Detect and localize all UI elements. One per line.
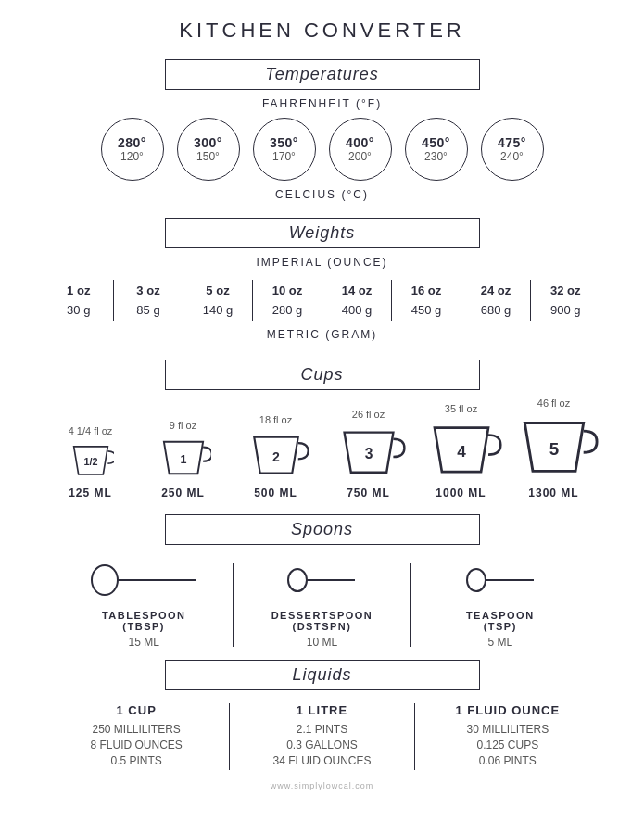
- weight-oz: 32 oz: [531, 280, 600, 299]
- imperial-label: IMPERIAL (OUNCE): [256, 256, 387, 269]
- liquid-title: 1 FLUID OUNCE: [455, 703, 560, 717]
- liquid-column: 1 CUP250 MILLILITERS8 FLUID OUNCES0.5 PI…: [44, 703, 230, 770]
- liquid-column: 1 LITRE2.1 PINTS0.3 GALLONS34 FLUID OUNC…: [230, 703, 415, 770]
- cup-item: 9 fl oz 1 250 ML: [142, 420, 225, 499]
- svg-point-10: [467, 569, 486, 591]
- cup-ml: 125 ML: [69, 486, 112, 499]
- spoon-icon: [463, 562, 537, 602]
- liquids-row: 1 CUP250 MILLILITERS8 FLUID OUNCES0.5 PI…: [44, 703, 600, 770]
- liquid-item: 2.1 PINTS: [297, 723, 347, 736]
- svg-text:1/2: 1/2: [83, 456, 97, 467]
- cup-item: 4 1/4 fl oz 1/2 125 ML: [49, 425, 133, 499]
- cup-item: 46 fl oz 5 1300 ML: [512, 398, 596, 499]
- temp-fahrenheit: 450°: [422, 135, 450, 150]
- weight-oz: 3 oz: [114, 280, 183, 299]
- temp-fahrenheit: 300°: [194, 135, 222, 150]
- cup-ml: 250 ML: [161, 486, 205, 499]
- cup-floz: 26 fl oz: [352, 409, 385, 420]
- cup-ml: 500 ML: [254, 486, 297, 499]
- temp-celsius: 200°: [348, 150, 372, 163]
- spoon-ml: 10 ML: [307, 636, 337, 649]
- liquid-column: 1 FLUID OUNCE30 MILLILITERS0.125 CUPS0.0…: [415, 703, 600, 770]
- spoon-name: DESSERTSPOON (DSTSPN): [271, 610, 373, 632]
- temp-celsius: 170°: [272, 150, 296, 163]
- weight-gram: 280 g: [253, 299, 322, 321]
- temperature-circles: 280° 120°300° 150°350° 170°400° 200°450°…: [101, 118, 544, 181]
- liquid-item: 8 FLUID OUNCES: [90, 739, 182, 752]
- weight-oz: 10 oz: [253, 280, 322, 299]
- svg-text:3: 3: [364, 446, 373, 461]
- temp-fahrenheit: 350°: [270, 135, 298, 150]
- cup-floz: 9 fl oz: [170, 420, 196, 431]
- svg-text:4: 4: [457, 442, 466, 461]
- temperature-circle: 475° 240°: [481, 118, 544, 181]
- spoon-ml: 15 ML: [129, 636, 159, 649]
- liquids-banner: Liquids: [165, 660, 480, 690]
- cup-floz: 18 fl oz: [259, 414, 292, 425]
- cup-ml: 1300 ML: [528, 486, 578, 499]
- weights-banner: Weights: [165, 218, 480, 248]
- spoon-item: DESSERTSPOON (DSTSPN)10 ML: [247, 562, 396, 649]
- cup-ml: 1000 ML: [436, 486, 486, 499]
- cup-floz: 4 1/4 fl oz: [69, 425, 113, 436]
- spoon-icon: [284, 562, 359, 602]
- svg-text:1: 1: [180, 453, 186, 466]
- cup-ml: 750 ML: [347, 486, 390, 499]
- weights-section: Weights IMPERIAL (OUNCE) 1 oz3 oz5 oz10 …: [28, 212, 616, 348]
- fahrenheit-label: FAHRENHEIT (°F): [262, 97, 382, 110]
- svg-point-8: [288, 569, 307, 591]
- cups-banner: Cups: [165, 360, 480, 390]
- liquid-item: 0.06 PINTS: [479, 754, 537, 767]
- cup-icon: 1/2: [68, 440, 114, 483]
- spoon-name: TABLESPOON (TBSP): [102, 610, 186, 632]
- weight-gram: 900 g: [531, 299, 600, 321]
- weight-gram: 680 g: [461, 299, 531, 321]
- temperature-circle: 350° 170°: [253, 118, 316, 181]
- weight-oz: 5 oz: [183, 280, 253, 299]
- spoon-item: TABLESPOON (TBSP)15 ML: [69, 562, 218, 649]
- temp-celsius: 240°: [500, 150, 524, 163]
- temp-celsius: 120°: [120, 150, 144, 163]
- weight-oz: 1 oz: [44, 280, 114, 299]
- cup-icon: 1: [156, 435, 211, 483]
- temp-fahrenheit: 280°: [118, 135, 146, 150]
- spoon-name: TEASPOON (TSP): [466, 610, 535, 632]
- weight-gram: 140 g: [183, 299, 253, 321]
- liquid-item: 0.5 PINTS: [110, 754, 161, 767]
- cup-icon: 2: [244, 429, 309, 483]
- liquid-item: 30 MILLILITERS: [466, 723, 549, 736]
- spoon-divider: [410, 563, 412, 647]
- temperatures-banner: Temperatures: [165, 59, 480, 90]
- liquids-section: Liquids 1 CUP250 MILLILITERS8 FLUID OUNC…: [28, 654, 616, 770]
- temperature-circle: 280° 120°: [101, 118, 164, 181]
- svg-text:2: 2: [272, 449, 280, 464]
- temperatures-section: Temperatures FAHRENHEIT (°F) 280° 120°30…: [28, 54, 616, 208]
- metric-label: METRIC (GRAM): [267, 328, 377, 341]
- spoon-icon: [88, 562, 199, 602]
- temp-fahrenheit: 475°: [498, 135, 526, 150]
- temperature-circle: 400° 200°: [329, 118, 392, 181]
- cup-icon: 5: [508, 412, 600, 483]
- cup-item: 26 fl oz 3 750 ML: [327, 409, 410, 499]
- cup-floz: 46 fl oz: [537, 398, 570, 409]
- weight-gram: 450 g: [392, 299, 461, 321]
- temp-celsius: 230°: [424, 150, 448, 163]
- liquid-title: 1 CUP: [117, 703, 157, 717]
- cups-row: 4 1/4 fl oz 1/2 125 ML9 fl oz 1 250 ML18…: [49, 398, 596, 499]
- spoon-item: TEASPOON (TSP)5 ML: [426, 562, 575, 649]
- cup-icon: 4: [420, 418, 503, 483]
- temp-celsius: 150°: [196, 150, 220, 163]
- page-title: KITCHEN CONVERTER: [179, 19, 464, 43]
- liquid-item: 0.3 GALLONS: [286, 739, 358, 752]
- spoon-ml: 5 ML: [487, 636, 512, 649]
- cup-item: 35 fl oz 4 1000 ML: [420, 403, 503, 499]
- weight-oz: 24 oz: [461, 280, 531, 299]
- weight-oz: 14 oz: [322, 280, 392, 299]
- weight-gram: 400 g: [322, 299, 392, 321]
- cups-section: Cups 4 1/4 fl oz 1/2 125 ML9 fl oz 1 250…: [28, 354, 616, 503]
- temp-fahrenheit: 400°: [346, 135, 374, 150]
- temperature-circle: 450° 230°: [405, 118, 468, 181]
- spoons-section: Spoons TABLESPOON (TBSP)15 ML DESSERTSPO…: [28, 509, 616, 649]
- liquid-item: 250 MILLILITERS: [92, 723, 180, 736]
- cup-icon: 3: [332, 423, 406, 483]
